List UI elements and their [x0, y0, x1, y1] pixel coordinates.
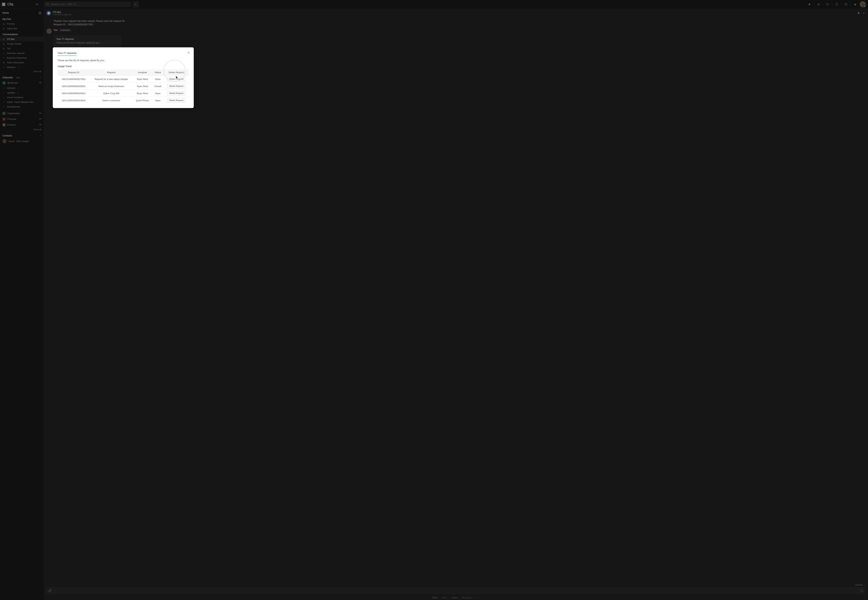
col-header-id: Request ID [58, 70, 90, 76]
sidebar-org-personal[interactable]: ●Personal••• [0, 116, 44, 122]
sidebar: Home My Pins ◐Poll Bot ◐Zylker Bot Conve… [0, 9, 44, 600]
pin-icon[interactable] [854, 3, 857, 6]
link-icon: ⎘ [17, 92, 18, 94]
hash-icon: # [2, 87, 5, 89]
modal-title: Your IT requests [58, 52, 76, 56]
svg-line-4 [48, 5, 49, 5]
user-avatar [47, 29, 52, 34]
add-contact-icon[interactable]: + [40, 134, 41, 137]
sidebar-conv-expense[interactable]: #Expense-Reporting [0, 56, 44, 60]
svg-point-15 [860, 589, 863, 592]
sidebar-conv-releases[interactable]: #releases⎘ [0, 65, 44, 70]
table-row: 1901318000000625001 Zylker Corp Wifi Rya… [58, 90, 189, 97]
mention-icon[interactable]: @ [817, 3, 820, 6]
sidebar-conv-itsbot[interactable]: ◐ITS Bot [0, 37, 44, 41]
sidebar-ch-incidents[interactable]: #Server Incidents [0, 95, 44, 100]
sidebar-pin-zylkerbot[interactable]: ◐Zylker Bot [0, 26, 44, 31]
modal-section-title: Usage Trend [58, 65, 189, 68]
more-icon[interactable]: ••• [39, 117, 41, 121]
svg-marker-7 [808, 3, 810, 5]
delete-request-button[interactable]: Delete Request [167, 77, 185, 81]
star-icon[interactable] [808, 3, 811, 6]
table-row: 1901318000000626001 Need an Avaya Extens… [58, 83, 189, 90]
conversations-show-all[interactable]: Show all [0, 70, 44, 74]
search-box[interactable] [44, 2, 131, 7]
channels-join[interactable]: Join [16, 76, 20, 79]
files-icon[interactable] [835, 3, 838, 6]
hash-icon: # [2, 106, 5, 108]
sidebar-channels-header: Channels•Join + [0, 74, 44, 80]
requests-table: Request ID Request Assignee Status Delet… [58, 70, 189, 104]
actions-menu[interactable]: Actions ⌄ [44, 582, 868, 587]
chevron-down-icon: ⌄ [863, 583, 865, 586]
sidebar-pin-pollbot[interactable]: ◐Poll Bot [0, 21, 44, 26]
sidebar-ch-zylnotes[interactable]: 👥@Zylnotes••• [0, 80, 44, 86]
attachment-icon[interactable] [48, 589, 52, 592]
message-composer[interactable] [47, 587, 865, 594]
emoji-icon[interactable] [860, 589, 863, 592]
delete-request-button[interactable]: Delete Request [167, 84, 185, 88]
calendar-icon[interactable] [845, 3, 847, 6]
user-message-row: You COMMAND [47, 29, 865, 34]
mute-icon[interactable] [36, 3, 39, 6]
channels-show-all[interactable]: Show all [0, 127, 44, 132]
chat-bot-status: I'm here to help you! [53, 14, 856, 16]
history-icon[interactable] [826, 3, 829, 6]
bot-avatar[interactable] [47, 11, 51, 15]
sidebar-org-external[interactable]: ◆External••• [0, 122, 44, 127]
sidebar-conv-interview[interactable]: #Interview channel [0, 51, 44, 56]
personal-icon: ● [2, 118, 6, 121]
sidebar-contact-jacob[interactable]: Jacob - SEO Analyst [0, 138, 44, 144]
bot-message: Thanks! Your request has been raised. Pl… [53, 20, 865, 26]
sidebar-my-pins-header: My Pins [0, 16, 44, 21]
org-icon: ⊞ [2, 112, 6, 115]
sidebar-conv-sales[interactable]: ◐Sales Discussion [0, 60, 44, 65]
sidebar-conversations-header: Conversations [0, 31, 44, 37]
delete-request-button[interactable]: Delete Request [167, 98, 185, 103]
apps-grid-icon[interactable] [2, 3, 5, 6]
card-title: Your IT requests [56, 38, 119, 40]
search-icon [46, 3, 49, 6]
svg-rect-8 [845, 3, 847, 5]
svg-point-3 [47, 3, 49, 5]
command-badge: COMMAND [59, 29, 71, 32]
bell-icon[interactable] [857, 12, 860, 15]
modal-subtitle: These are the list of requests raised by… [58, 59, 189, 62]
sidebar-conv-people[interactable]: ◐People Details [0, 41, 44, 46]
add-button[interactable] [133, 1, 139, 8]
hash-icon: # [2, 57, 5, 59]
format-hints: *Bold* _Italics_ ~Strike~ !Blockquote • … [44, 595, 868, 600]
link-icon: ⎘ [18, 87, 19, 89]
external-icon: ◆ [2, 123, 6, 126]
hash-icon: # [2, 66, 5, 68]
table-row: 1901318000000627001 Request for a new la… [58, 76, 189, 83]
svg-marker-0 [36, 3, 37, 5]
sidebar-ch-updates[interactable]: #updates⎘ [0, 90, 44, 95]
bot-icon: ◐ [2, 42, 5, 45]
more-icon[interactable]: ••• [39, 112, 41, 115]
close-icon[interactable] [862, 12, 865, 15]
col-header-status: Status [152, 70, 164, 76]
more-icon[interactable]: ••• [39, 123, 41, 127]
home-icon [38, 11, 41, 14]
bot-icon: ◐ [2, 47, 5, 50]
delete-request-button[interactable]: Delete Request [167, 91, 185, 95]
sidebar-ch-dev[interactable]: #Development [0, 105, 44, 109]
add-channel-icon[interactable]: + [40, 76, 41, 79]
search-input[interactable] [51, 3, 129, 6]
hash-icon: # [2, 52, 5, 55]
modal-close-button[interactable]: ✕ [187, 51, 190, 55]
sidebar-ch-releases[interactable]: #releases⎘ [0, 86, 44, 90]
sidebar-conv-taz[interactable]: ◐Taz [0, 46, 44, 51]
bot-icon: ◐ [2, 23, 5, 25]
svg-point-12 [47, 12, 50, 14]
chat-header: ITS Bot I'm here to help you! [44, 9, 868, 18]
more-icon[interactable]: ••• [39, 81, 41, 85]
user-avatar[interactable] [860, 1, 866, 8]
hash-icon: # [2, 92, 5, 94]
sidebar-org-organization[interactable]: ⊞Organization••• [0, 111, 44, 116]
hash-icon: # [2, 96, 5, 98]
col-header-request: Request [90, 70, 133, 76]
sidebar-home[interactable]: Home [0, 10, 44, 16]
sidebar-ch-travel[interactable]: #Zylker Travel Website Rev... [0, 100, 44, 105]
